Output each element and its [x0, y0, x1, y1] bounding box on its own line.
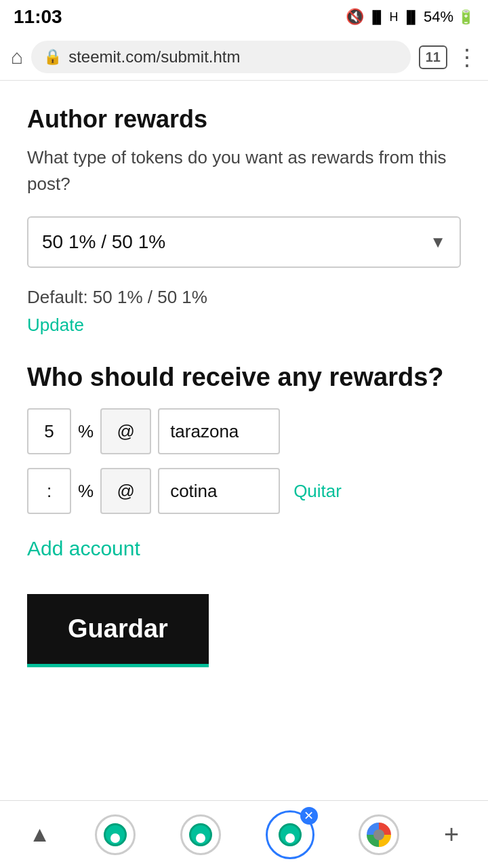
- battery-icon: 🔋: [458, 9, 474, 25]
- mute-icon: 🔇: [346, 8, 364, 26]
- update-link[interactable]: Update: [27, 315, 84, 336]
- chrome-icon: [367, 823, 391, 847]
- tabs-button[interactable]: 11: [419, 45, 447, 69]
- author-rewards-title: Author rewards: [27, 105, 461, 134]
- menu-button[interactable]: ⋮: [455, 43, 477, 71]
- username-input-1[interactable]: tarazona: [158, 408, 280, 454]
- remove-account-button[interactable]: Quitar: [293, 481, 342, 502]
- default-text: Default: 50 1% / 50 1%: [27, 287, 461, 308]
- home-button[interactable]: ⌂: [11, 45, 23, 68]
- url-bar[interactable]: 🔒 steemit.com/submit.htm: [31, 41, 411, 73]
- nav-browser-1[interactable]: [89, 809, 141, 861]
- browser-icon-active: ✕: [266, 810, 314, 859]
- percent-input-1[interactable]: 5: [27, 408, 71, 454]
- browser-bar: ⌂ 🔒 steemit.com/submit.htm 11 ⋮: [0, 34, 488, 81]
- lock-icon: 🔒: [43, 48, 62, 66]
- status-icons: 🔇 ▐▌ H ▐▌ 54% 🔋: [346, 8, 474, 26]
- close-badge: ✕: [300, 807, 318, 825]
- username-input-2[interactable]: cotina: [158, 468, 280, 514]
- dropdown-value: 50 1% / 50 1%: [42, 231, 165, 253]
- back-up-button[interactable]: ▲: [24, 816, 56, 852]
- signal-icon: ▐▌: [368, 10, 386, 24]
- browser-icon-2: [180, 814, 221, 855]
- h-icon: H: [389, 10, 398, 24]
- who-receives-title: Who should receive any rewards?: [27, 363, 461, 392]
- add-tab-button[interactable]: +: [439, 814, 464, 854]
- who-receives-section: Who should receive any rewards? 5 % @ ta…: [27, 363, 461, 594]
- url-text: steemit.com/submit.htm: [68, 47, 399, 66]
- author-rewards-desc: What type of tokens do you want as rewar…: [27, 144, 461, 197]
- chevron-down-icon: ▼: [430, 233, 446, 252]
- add-account-button[interactable]: Add account: [27, 537, 140, 560]
- signal-icon-2: ▐▌: [402, 10, 420, 24]
- percent-label-2: %: [78, 481, 94, 502]
- save-button[interactable]: Guardar: [27, 594, 209, 667]
- reward-row-1: 5 % @ tarazona: [27, 408, 461, 454]
- main-content: Author rewards What type of tokens do yo…: [0, 81, 488, 719]
- reward-row-2: : % @ cotina Quitar: [27, 468, 461, 514]
- status-time: 11:03: [14, 6, 62, 28]
- rewards-dropdown[interactable]: 50 1% / 50 1% ▼: [27, 216, 461, 268]
- nav-browser-active[interactable]: ✕: [260, 805, 320, 865]
- up-arrow-icon: ▲: [29, 822, 51, 847]
- battery-label: 54%: [424, 8, 453, 26]
- percent-input-2[interactable]: :: [27, 468, 71, 514]
- percent-label-1: %: [78, 421, 94, 442]
- nav-browser-2[interactable]: [175, 809, 226, 861]
- author-rewards-section: Author rewards What type of tokens do yo…: [27, 105, 461, 363]
- at-symbol-2: @: [100, 468, 151, 514]
- bottom-nav: ▲ ✕ +: [0, 800, 488, 868]
- status-bar: 11:03 🔇 ▐▌ H ▐▌ 54% 🔋: [0, 0, 488, 34]
- nav-chrome[interactable]: [353, 809, 405, 861]
- browser-icon-1: [95, 814, 136, 855]
- chrome-icon-container: [359, 814, 399, 855]
- plus-icon: +: [444, 820, 459, 849]
- at-symbol-1: @: [100, 408, 151, 454]
